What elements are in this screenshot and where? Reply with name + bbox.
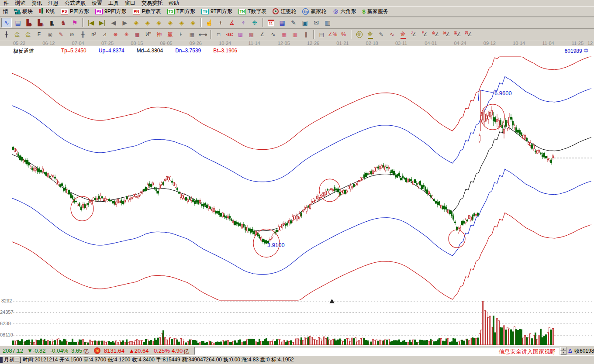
menu-item-4[interactable]: 公式选股: [62, 0, 89, 6]
spin-down-button[interactable]: ▼: [560, 351, 566, 355]
menu-item-1[interactable]: 浏览: [12, 0, 28, 6]
menu-item-7[interactable]: 窗口: [122, 0, 138, 6]
crosshair-tool-icon[interactable]: +: [215, 18, 226, 27]
gold-levels-icon[interactable]: 金: [365, 30, 376, 39]
pattern-knight-icon[interactable]: ♞: [58, 18, 69, 27]
angle-gold-icon[interactable]: 金∠: [430, 30, 441, 39]
ray-fan-icon[interactable]: ⋘: [224, 30, 235, 39]
toolbar-quote[interactable]: 情: [0, 7, 11, 16]
calculator-icon[interactable]: ▦: [277, 18, 287, 27]
angle-ying-icon[interactable]: 赢∠: [452, 30, 463, 39]
grid-red-2-icon[interactable]: ▥: [290, 30, 300, 39]
expand-x-icon[interactable]: ◈: [154, 18, 164, 27]
gold-circle-icon[interactable]: 金: [354, 30, 365, 39]
v-wave-icon[interactable]: ∿: [268, 30, 279, 39]
percent-icon[interactable]: %: [338, 30, 349, 39]
chart-9-icon[interactable]: ▙9: [35, 18, 46, 27]
brush-2-icon[interactable]: ✎: [376, 30, 387, 39]
chart-area[interactable]: 极反通道 Tp=5.2450Up=4.8374Md=4.3804Dn=3.753…: [0, 46, 594, 346]
angle-sail-icon[interactable]: ⊿: [99, 30, 110, 39]
zoom-out-x-icon[interactable]: ◈: [131, 18, 142, 27]
gold-levels-2-icon[interactable]: 金: [397, 30, 408, 39]
toolbar-winner-service[interactable]: $赢家服务: [359, 7, 391, 16]
toolbar-9p-square[interactable]: P99P四方形: [92, 7, 130, 16]
page-next-icon[interactable]: ▶: [120, 18, 130, 27]
toolbar-sectors[interactable]: 板块: [11, 7, 36, 16]
zoom-in-x-icon[interactable]: ◈: [142, 18, 153, 27]
ying-tool-icon[interactable]: 赢: [165, 30, 176, 39]
news-marquee[interactable]: 信息安全讲入国家视野: [194, 347, 559, 355]
flag-chart-icon[interactable]: ⚑: [69, 18, 80, 27]
menu-item-8[interactable]: 交易委托: [138, 0, 166, 6]
percent-angle-icon[interactable]: ∠%: [327, 30, 338, 39]
ray-box-2-icon[interactable]: ▧: [246, 30, 257, 39]
tick-ruler-icon[interactable]: ╫: [77, 30, 88, 39]
gold-wave-icon[interactable]: ∿: [387, 30, 397, 39]
angle-j-icon[interactable]: J∠: [408, 30, 419, 39]
angle-lines-icon[interactable]: ∠: [257, 30, 268, 39]
wave-tool-icon[interactable]: ∿: [1, 18, 12, 27]
price-ruler-icon[interactable]: ▤: [316, 30, 327, 39]
toolbar-9t-square[interactable]: T99T四方形: [198, 7, 235, 16]
menu-item-5[interactable]: 设置: [89, 0, 105, 6]
toolbar-p-square[interactable]: PSP四方形: [58, 7, 92, 16]
neural-web-icon[interactable]: ❉: [249, 18, 260, 27]
candle-style-icon[interactable]: ▮▾: [47, 18, 57, 27]
f-gate-icon[interactable]: F: [34, 30, 45, 39]
toolbar-t-digit-table[interactable]: TNT数字表: [235, 7, 269, 16]
span-measure-icon[interactable]: ⇤⇥: [197, 30, 208, 39]
ruler-123-icon[interactable]: ▦: [186, 30, 197, 39]
angle-f-icon[interactable]: F∠: [419, 30, 430, 39]
calendar-icon[interactable]: 21: [266, 18, 276, 27]
gold-gate-b-icon[interactable]: 金: [23, 30, 34, 39]
compress-x-icon[interactable]: ◈: [165, 18, 176, 27]
save-screen-icon[interactable]: ▣: [300, 18, 310, 27]
n-wave-icon[interactable]: И": [143, 30, 154, 39]
gann-shape-icon[interactable]: ♆: [238, 18, 249, 27]
ray-box-icon[interactable]: ▨: [235, 30, 246, 39]
spin-up-button[interactable]: ▲: [560, 347, 566, 351]
tick-view-label[interactable]: 收601989分笔: [574, 347, 594, 355]
angle-measure-icon[interactable]: ∡: [227, 18, 237, 27]
candlestick-chart[interactable]: 6.96003.9100: [0, 46, 594, 346]
print-icon[interactable]: ▥: [322, 18, 333, 27]
menu-item-2[interactable]: 资讯: [28, 0, 45, 6]
watchlist-icon[interactable]: ▤: [13, 18, 23, 27]
toolbar-t-square[interactable]: TST四方形: [164, 7, 198, 16]
mail-icon[interactable]: ✉: [311, 18, 321, 27]
angle-si-icon[interactable]: 四∠: [463, 30, 474, 39]
web-grid-icon[interactable]: ▩: [132, 30, 143, 39]
gold-gate-a-icon[interactable]: 金: [12, 30, 23, 39]
compress-y-icon[interactable]: ◈: [188, 18, 198, 27]
spin-control[interactable]: ▲ ▼: [560, 347, 566, 355]
first-page-icon[interactable]: |◀: [86, 18, 96, 27]
shen-tool-icon[interactable]: 神: [154, 30, 165, 39]
cross-line-icon[interactable]: ╂: [1, 30, 12, 39]
menu-item-3[interactable]: 江恩: [45, 0, 62, 6]
menu-item-9[interactable]: 帮助: [166, 0, 182, 6]
menu-item-0[interactable]: 件: [0, 0, 12, 6]
notes-icon[interactable]: ✎: [288, 18, 299, 27]
toolbar-winner-wheel[interactable]: Big赢家轮: [299, 7, 329, 16]
toolbar-kline[interactable]: K线: [36, 7, 58, 16]
page-prev-icon[interactable]: ◀: [108, 18, 119, 27]
target-circle-icon[interactable]: ⊕: [110, 30, 121, 39]
toolbar-hexagon[interactable]: ◎六角形: [329, 7, 359, 16]
slant-lines-icon[interactable]: ∥: [300, 30, 311, 39]
expand-y-icon[interactable]: ◈: [176, 18, 187, 27]
angle-shen-icon[interactable]: 神∠: [441, 30, 452, 39]
circle-ruler-icon[interactable]: ⊘: [66, 30, 77, 39]
toolbar-p-digit-table[interactable]: PNP数字表: [130, 7, 164, 16]
chart-3-icon[interactable]: ▙3: [24, 18, 35, 27]
brush-icon[interactable]: ✎: [55, 30, 66, 39]
web-star-icon[interactable]: ✳: [121, 30, 132, 39]
grid-red-icon[interactable]: ▦: [279, 30, 290, 39]
box-select-icon[interactable]: □: [213, 30, 224, 39]
n-squared-icon[interactable]: n²: [88, 30, 99, 39]
toolbar-gann-wheel[interactable]: 江恩轮: [269, 7, 299, 16]
t-mark-icon[interactable]: ⊦: [176, 30, 186, 39]
last-page-icon[interactable]: ▶|: [97, 18, 107, 27]
hand-tool-icon[interactable]: ☝: [204, 18, 214, 27]
spiral-icon[interactable]: ◎: [45, 30, 55, 39]
menu-item-6[interactable]: 工具: [105, 0, 122, 6]
